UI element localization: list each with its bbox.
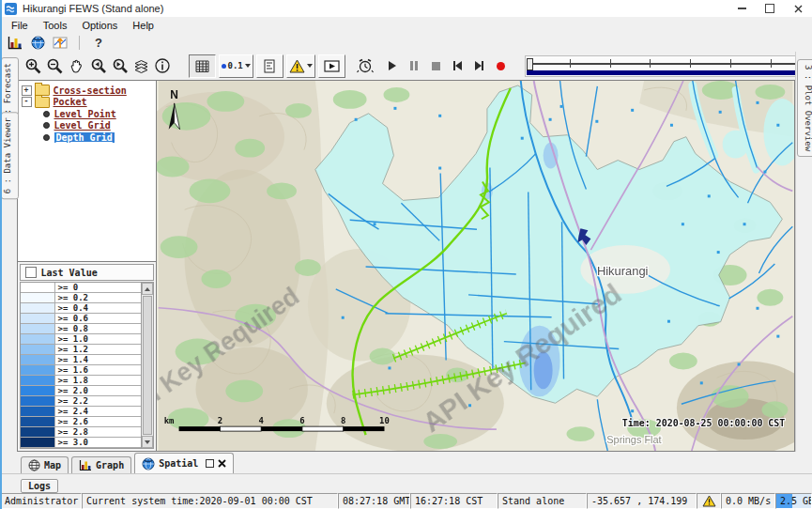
menu-help[interactable]: Help: [125, 19, 161, 32]
tree-item-depth-grid[interactable]: Depth Grid: [18, 131, 156, 144]
logs-button[interactable]: Logs: [21, 479, 58, 493]
maximize-button[interactable]: [756, 0, 784, 17]
scrollbar-thumb[interactable]: [143, 296, 152, 435]
collapse-toggle-icon[interactable]: -: [22, 97, 32, 107]
pan-button[interactable]: [66, 55, 87, 77]
explorer-button[interactable]: [4, 34, 26, 52]
legend-row[interactable]: >= 0.8: [21, 324, 141, 334]
tab-graph[interactable]: Graph: [71, 456, 131, 473]
map-display-button[interactable]: [26, 34, 49, 52]
warnings-dropdown[interactable]: [286, 54, 315, 78]
movie-play-icon: [324, 60, 340, 72]
sidebar-tab-plot-overview[interactable]: 3 : Plot Overview: [797, 59, 812, 157]
tree-item-pocket[interactable]: - Pocket: [18, 97, 156, 109]
legend-row[interactable]: >= 1.0: [21, 334, 141, 345]
scale-tick: 6: [299, 416, 304, 425]
scale-tick: 10: [379, 416, 390, 425]
menu-options[interactable]: Options: [74, 19, 125, 32]
status-system-time: Current system time:2020-09-01 00:00 CST: [82, 493, 338, 509]
zoom-in-button[interactable]: [23, 55, 44, 77]
timeseries-button[interactable]: [49, 34, 71, 52]
zoom-out-button[interactable]: [44, 55, 66, 77]
map-viewport[interactable]: API Key Required API Key Required Hikura…: [157, 80, 795, 452]
record-icon: [497, 62, 505, 70]
toolbar-separator: [79, 36, 80, 50]
status-mode: Stand alone: [498, 493, 587, 509]
legend-row[interactable]: >= 2.2: [21, 396, 141, 407]
legend-row[interactable]: >= 2.8: [21, 427, 141, 438]
grid-value-dropdown[interactable]: 0.1: [219, 54, 253, 78]
menu-tools[interactable]: Tools: [36, 19, 75, 32]
skip-to-end-icon: [475, 61, 483, 70]
legend-row[interactable]: >= 2.4: [21, 407, 141, 417]
legend-class-label: >= 0.2: [55, 293, 141, 302]
legend-row[interactable]: >= 0.4: [21, 303, 141, 314]
legend-row[interactable]: >= 0.2: [21, 293, 141, 303]
tree-item-level-point[interactable]: Level Point: [18, 108, 156, 120]
legend-class-label: >= 1.6: [55, 365, 141, 375]
zoom-next-button[interactable]: [109, 55, 130, 77]
tree-item-level-grid[interactable]: Level Grid: [18, 120, 156, 132]
legend-class-label: >= 3.0: [55, 438, 141, 447]
help-icon: ?: [95, 36, 102, 50]
legend-row[interactable]: >= 0: [21, 283, 141, 293]
help-button[interactable]: ?: [87, 34, 110, 52]
close-button[interactable]: [784, 0, 812, 17]
center-column: 0.1: [17, 52, 795, 452]
legend-class-label: >= 0.4: [55, 303, 141, 313]
zoom-previous-button[interactable]: [87, 55, 109, 77]
map-toolbar: 0.1: [17, 52, 795, 80]
classify-button[interactable]: [256, 54, 283, 78]
time-slider-left-handle[interactable]: [527, 58, 533, 70]
legend-row[interactable]: >= 3.0: [21, 438, 141, 448]
bullet-icon: [43, 122, 50, 129]
legend-row[interactable]: >= 1.4: [21, 355, 141, 365]
legend-color-swatch: [21, 355, 55, 364]
legend-row[interactable]: >= 1.8: [21, 376, 141, 386]
legend-row[interactable]: >= 2.6: [21, 417, 141, 427]
sidebar-tab-data-viewer[interactable]: 6 : Data Viewer: [1, 112, 19, 199]
info-button[interactable]: [152, 55, 174, 77]
layers-button[interactable]: [130, 55, 152, 77]
scroll-down-button[interactable]: [142, 436, 153, 448]
stop-button[interactable]: [425, 55, 447, 77]
expand-toggle-icon[interactable]: +: [22, 85, 32, 96]
go-to-end-button[interactable]: [468, 55, 490, 77]
top-toolbar: ?: [0, 33, 812, 53]
pause-button[interactable]: [404, 55, 425, 77]
legend-row[interactable]: >= 0.6: [21, 314, 141, 324]
animation-settings-button[interactable]: [355, 55, 376, 77]
workspace: + Cross-section - Pocket Level Point: [17, 80, 795, 452]
legend-row[interactable]: >= 1.6: [21, 365, 141, 376]
time-slider[interactable]: [525, 55, 812, 77]
dropdown-caret-icon: [245, 64, 251, 68]
last-value-checkbox[interactable]: [25, 267, 37, 278]
scale-unit: km: [163, 416, 174, 425]
minimize-button[interactable]: [728, 0, 756, 17]
record-button[interactable]: [490, 55, 512, 77]
legend-row[interactable]: >= 2.0: [21, 386, 141, 396]
menu-file[interactable]: File: [4, 19, 36, 32]
restore-pane-icon[interactable]: [206, 459, 214, 468]
status-memory: 2.5 GB: [775, 493, 812, 509]
play-button[interactable]: [382, 55, 404, 77]
legend-color-swatch: [21, 438, 55, 447]
tab-spatial[interactable]: Spatial: [134, 453, 234, 473]
legend-row[interactable]: >= 1.2: [21, 345, 141, 355]
legend-scrollbar[interactable]: [141, 283, 153, 448]
bar-chart-icon: [8, 36, 23, 50]
layers-icon: [132, 57, 150, 75]
tab-map[interactable]: Map: [21, 456, 69, 473]
stop-icon: [432, 62, 440, 70]
status-gmt-time: 08:27:18 GMT: [338, 493, 410, 509]
legend-class-label: >= 0.8: [55, 324, 141, 333]
close-pane-icon[interactable]: [218, 459, 226, 468]
show-grid-button[interactable]: [189, 54, 216, 78]
globe-icon: [31, 36, 45, 50]
animation-export-button[interactable]: [318, 54, 345, 78]
left-tab-strip: 5 : Forecast 6 : Data Viewer: [0, 52, 17, 452]
status-warning-cell[interactable]: [697, 493, 721, 509]
go-to-start-button[interactable]: [447, 55, 468, 77]
scroll-up-button[interactable]: [142, 283, 153, 295]
tree-item-label: Pocket: [54, 97, 87, 107]
